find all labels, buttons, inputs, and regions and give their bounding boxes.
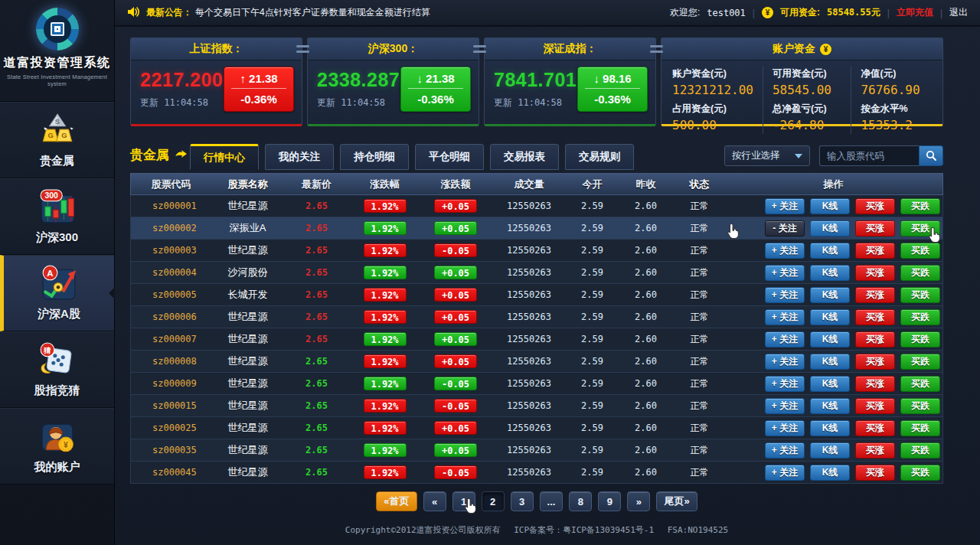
volume: 12550263 xyxy=(491,467,567,478)
buy-down-button[interactable]: 买跌 xyxy=(900,442,940,459)
buy-down-button[interactable]: 买跌 xyxy=(900,420,940,436)
page-button-3[interactable]: 3 xyxy=(511,491,534,511)
kline-button[interactable]: K线 xyxy=(810,265,850,281)
watch-button[interactable]: + 关注 xyxy=(765,331,805,348)
sidebar-item-股指竞猜[interactable]: 猜 股指竞猜 xyxy=(0,331,114,408)
watch-button[interactable]: + 关注 xyxy=(765,398,805,414)
tab-平仓明细[interactable]: 平仓明细 xyxy=(415,144,484,170)
watch-button[interactable]: + 关注 xyxy=(765,420,805,436)
page-button-1[interactable]: 1 xyxy=(452,491,475,511)
table-row[interactable]: sz000045 世纪星源 2.65 1.92% -0.05 12550263 … xyxy=(130,462,943,484)
table-row[interactable]: sz000007 世纪星源 2.65 1.92% +0.05 12550263 … xyxy=(130,328,943,351)
page-button-next[interactable]: » xyxy=(627,491,650,511)
tab-持仓明细[interactable]: 持仓明细 xyxy=(340,144,409,170)
watch-button[interactable]: + 关注 xyxy=(765,376,805,392)
buy-up-button[interactable]: 买涨 xyxy=(855,331,895,348)
page-button-last[interactable]: 尾页» xyxy=(656,491,697,511)
watch-button[interactable]: + 关注 xyxy=(765,442,805,459)
tab-交易报表[interactable]: 交易报表 xyxy=(490,144,559,170)
table-row[interactable]: sz000001 世纪星源 2.65 1.92% +0.05 12550263 … xyxy=(130,195,943,217)
kline-button[interactable]: K线 xyxy=(810,198,850,214)
stock-code: sz000001 xyxy=(131,201,211,211)
stock-name: 世纪星源 xyxy=(211,443,284,457)
buy-down-button[interactable]: 买跌 xyxy=(900,287,940,303)
sidebar-item-我的账户[interactable]: ¥ 我的账户 xyxy=(0,408,114,485)
buy-down-button[interactable]: 买跌 xyxy=(900,265,940,281)
kline-button[interactable]: K线 xyxy=(810,243,850,259)
buy-down-button[interactable]: 买跌 xyxy=(900,376,940,392)
kline-button[interactable]: K线 xyxy=(810,287,850,303)
table-row[interactable]: sz000009 世纪星源 2.65 1.92% -0.05 12550263 … xyxy=(130,373,943,395)
buy-up-button[interactable]: 买涨 xyxy=(855,243,895,259)
table-row[interactable]: sz000003 世纪星源 2.65 1.92% -0.05 12550263 … xyxy=(130,240,943,262)
buy-down-button[interactable]: 买跌 xyxy=(900,354,940,370)
logout-link[interactable]: 退出 xyxy=(949,6,968,19)
watch-button[interactable]: + 关注 xyxy=(765,198,805,214)
buy-down-button[interactable]: 买跌 xyxy=(900,331,940,348)
table-row[interactable]: sz000004 沙河股份 2.65 1.92% +0.05 12550263 … xyxy=(130,262,943,284)
watch-button[interactable]: + 关注 xyxy=(765,465,805,481)
page-button-9[interactable]: 9 xyxy=(598,491,621,511)
stock-code: sz000003 xyxy=(131,245,211,256)
recharge-link[interactable]: 立即充值 xyxy=(897,6,933,19)
buy-up-button[interactable]: 买涨 xyxy=(855,376,895,392)
sidebar-item-贵金属[interactable]: SGG 贵金属 xyxy=(0,102,114,178)
table-row[interactable]: sz000006 世纪星源 2.65 1.92% +0.05 12550263 … xyxy=(130,306,943,328)
buy-down-button[interactable]: 买跌 xyxy=(900,398,940,414)
tab-交易规则[interactable]: 交易规则 xyxy=(565,144,634,170)
buy-up-button[interactable]: 买涨 xyxy=(855,465,895,481)
buy-down-button[interactable]: 买跌 xyxy=(900,309,940,325)
table-row[interactable]: sz000008 世纪星源 2.65 1.92% +0.05 12550263 … xyxy=(130,351,943,373)
buy-down-button[interactable]: 买跌 xyxy=(900,465,940,481)
watch-button[interactable]: - 关注 xyxy=(765,220,805,237)
watch-button[interactable]: + 关注 xyxy=(765,243,805,259)
buy-down-button[interactable]: 买跌 xyxy=(900,220,940,237)
buy-up-button[interactable]: 买涨 xyxy=(855,398,895,414)
watch-button[interactable]: + 关注 xyxy=(765,309,805,325)
buy-down-button[interactable]: 买跌 xyxy=(900,198,940,214)
table-row[interactable]: sz000002 深振业A 2.65 1.92% +0.05 12550263 … xyxy=(130,217,943,240)
buy-up-button[interactable]: 买涨 xyxy=(855,198,895,214)
table-row[interactable]: sz000025 世纪星源 2.65 1.92% +0.05 12550263 … xyxy=(130,417,943,439)
kline-button[interactable]: K线 xyxy=(810,220,850,237)
page-button-8[interactable]: 8 xyxy=(569,491,592,511)
stock-name: 沙河股份 xyxy=(211,266,284,279)
index-card-title: 深证成指： xyxy=(485,38,655,60)
kline-button[interactable]: K线 xyxy=(810,354,850,370)
buy-down-button[interactable]: 买跌 xyxy=(900,243,940,259)
stock-code-input[interactable] xyxy=(819,145,919,166)
kline-button[interactable]: K线 xyxy=(810,398,850,414)
sidebar-item-沪深A股[interactable]: A 沪深A股 xyxy=(0,255,114,331)
page-button-2[interactable]: 2 xyxy=(482,491,505,511)
kline-button[interactable]: K线 xyxy=(810,465,850,481)
kline-button[interactable]: K线 xyxy=(810,420,850,436)
breadcrumb-market[interactable]: 贵金属 xyxy=(130,146,190,170)
watch-button[interactable]: + 关注 xyxy=(765,354,805,370)
sidebar-item-沪深300[interactable]: 300 沪深300 xyxy=(0,178,114,255)
page-button-ellipsis[interactable]: ... xyxy=(540,491,564,511)
search-button[interactable] xyxy=(919,145,943,166)
buy-up-button[interactable]: 买涨 xyxy=(855,309,895,325)
buy-up-button[interactable]: 买涨 xyxy=(855,420,895,436)
buy-up-button[interactable]: 买涨 xyxy=(855,354,895,370)
kline-button[interactable]: K线 xyxy=(810,331,850,348)
watch-button[interactable]: + 关注 xyxy=(765,287,805,303)
kline-button[interactable]: K线 xyxy=(810,442,850,459)
industry-select[interactable]: 按行业选择 xyxy=(724,145,810,166)
kline-button[interactable]: K线 xyxy=(810,309,850,325)
buy-up-button[interactable]: 买涨 xyxy=(855,265,895,281)
buy-up-button[interactable]: 买涨 xyxy=(855,442,895,459)
page-button-first[interactable]: «首页 xyxy=(376,491,416,511)
latest-price: 2.65 xyxy=(284,445,349,455)
tab-我的关注[interactable]: 我的关注 xyxy=(265,144,334,170)
kline-button[interactable]: K线 xyxy=(810,376,850,392)
table-row[interactable]: sz000035 世纪星源 2.65 1.92% +0.05 12550263 … xyxy=(130,439,943,462)
buy-up-button[interactable]: 买涨 xyxy=(855,287,895,303)
buy-up-button[interactable]: 买涨 xyxy=(855,220,895,237)
page-button-prev[interactable]: « xyxy=(423,491,446,511)
watch-button[interactable]: + 关注 xyxy=(765,265,805,281)
status-text: 正常 xyxy=(675,266,724,279)
table-row[interactable]: sz000005 长城开发 2.65 1.92% +0.05 12550263 … xyxy=(130,284,943,306)
table-row[interactable]: sz000015 世纪星源 2.65 1.92% -0.05 12550263 … xyxy=(130,395,943,417)
tab-行情中心[interactable]: 行情中心 xyxy=(190,144,259,170)
